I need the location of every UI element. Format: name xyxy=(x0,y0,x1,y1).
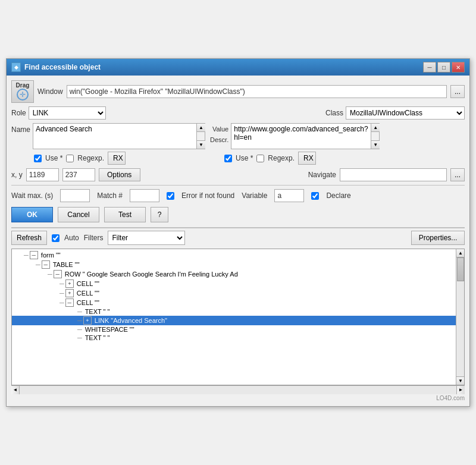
name-scrollbar: ▲ ▼ xyxy=(196,124,205,149)
auto-checkbox[interactable] xyxy=(52,234,60,242)
xy-navigate-row: x, y Options Navigate ... xyxy=(11,168,465,181)
descr-label: Descr. xyxy=(210,135,228,144)
match-input[interactable] xyxy=(130,189,159,202)
tree-text-whitespace: WHITESPACE "" xyxy=(83,326,134,333)
tree-text-text2: TEXT " " xyxy=(83,334,110,341)
value-labels: Value Descr. xyxy=(210,124,228,144)
declare-label: Declare xyxy=(326,191,350,200)
ok-button[interactable]: OK xyxy=(11,207,53,222)
x-input[interactable] xyxy=(26,168,59,181)
variable-input[interactable] xyxy=(274,189,304,202)
tree-expand-cell1[interactable]: + xyxy=(65,279,74,288)
role-select[interactable]: LINK BUTTON TEXT xyxy=(29,106,106,120)
filters-label: Filters xyxy=(84,234,104,242)
use-value-checkbox[interactable] xyxy=(224,155,232,162)
navigate-ellipsis-button[interactable]: ... xyxy=(450,168,465,181)
tree-scroll-up[interactable]: ▲ xyxy=(456,249,465,257)
value-scroll-down[interactable]: ▼ xyxy=(371,140,380,149)
class-label: Class xyxy=(325,109,343,117)
regexp-value-label: Regexp. xyxy=(268,154,295,162)
window-ellipsis-button[interactable]: ... xyxy=(450,85,465,98)
name-scroll-down[interactable]: ▼ xyxy=(197,140,205,149)
tree-text-cell2: CELL "" xyxy=(75,290,99,297)
tree-connector: ─ xyxy=(36,261,40,268)
cancel-button[interactable]: Cancel xyxy=(58,207,99,222)
tree-item-cell3[interactable]: ─ ─ CELL "" xyxy=(12,298,456,307)
role-class-row: Role LINK BUTTON TEXT Class MozillaUIWin… xyxy=(11,106,465,120)
class-select[interactable]: MozillaUIWindowClass xyxy=(346,106,465,120)
close-button[interactable]: ✕ xyxy=(452,62,465,73)
regexp-name-checkbox[interactable] xyxy=(66,155,74,162)
filter-row: Refresh Auto Filters Filter No filter Pr… xyxy=(11,231,465,245)
tree-item-form[interactable]: ─ ─ form "" xyxy=(12,250,456,260)
drag-icon: ✛ xyxy=(17,89,29,100)
tree-item-table[interactable]: ─ ─ TABLE "" xyxy=(12,260,456,269)
tree-text-cell1: CELL "" xyxy=(75,280,99,287)
tree-expand-row[interactable]: ─ xyxy=(54,270,62,278)
window-title: Find accessible object xyxy=(24,63,101,71)
tree-scroll-down[interactable]: ▼ xyxy=(456,376,465,385)
tree-expand-cell2[interactable]: + xyxy=(65,289,74,297)
tree-item-link[interactable]: ─ + LINK "Advanced Search" xyxy=(12,316,456,325)
tree-text-row: ROW " Google Search Google Search I'm Fe… xyxy=(63,271,238,278)
name-scroll-up[interactable]: ▲ xyxy=(197,124,205,132)
error-checkbox[interactable] xyxy=(167,192,174,200)
hscroll-right[interactable]: ► xyxy=(456,386,465,394)
properties-button[interactable]: Properties... xyxy=(411,231,465,245)
use-name-checkbox[interactable] xyxy=(34,155,42,162)
refresh-button[interactable]: Refresh xyxy=(11,231,47,245)
titlebar-buttons: ─ □ ✕ xyxy=(423,62,465,73)
tree-item-text1[interactable]: ─ TEXT " " xyxy=(12,307,456,316)
test-button[interactable]: Test xyxy=(104,207,146,222)
drag-label: Drag xyxy=(16,82,30,89)
window-content: Drag ✛ Window ... Role LINK BUTTON TEXT … xyxy=(7,76,469,406)
separator2 xyxy=(11,227,465,228)
window-input[interactable] xyxy=(67,85,447,98)
tree-item-whitespace[interactable]: ─ WHITESPACE "" xyxy=(12,325,456,334)
options-button[interactable]: Options xyxy=(99,168,140,181)
declare-checkbox[interactable] xyxy=(311,192,319,200)
value-scroll-up[interactable]: ▲ xyxy=(371,124,380,132)
tree-expand-cell3[interactable]: ─ xyxy=(65,299,74,307)
y-input[interactable] xyxy=(62,168,95,181)
tree-text-cell3: CELL "" xyxy=(75,299,99,306)
tree-scroll-track xyxy=(456,257,464,376)
separator1 xyxy=(11,185,465,186)
drag-button[interactable]: Drag ✛ xyxy=(11,80,34,103)
auto-label: Auto xyxy=(64,234,79,242)
tree-expand-form[interactable]: ─ xyxy=(30,251,38,259)
value-descr-section: Value Descr. http://www.google.com/advan… xyxy=(210,123,380,149)
rx-name-button[interactable]: RX xyxy=(108,152,126,165)
tree-connector: ─ xyxy=(60,299,64,306)
tree-text-form: form "" xyxy=(39,252,61,259)
maximize-button[interactable]: □ xyxy=(437,62,450,73)
tree-item-row[interactable]: ─ ─ ROW " Google Search Google Search I'… xyxy=(12,269,456,279)
hscroll-left[interactable]: ◄ xyxy=(11,386,20,394)
match-label: Match # xyxy=(97,191,123,200)
filter-select[interactable]: Filter No filter xyxy=(108,231,185,245)
name-section: Name Advanced Search ▲ ▼ xyxy=(11,123,205,149)
logo-area: LO4D.com xyxy=(11,395,465,401)
role-label: Role xyxy=(11,109,26,117)
value-textarea[interactable]: http://www.google.com/advanced_search?hl… xyxy=(231,124,371,147)
hscroll-track xyxy=(20,386,456,394)
titlebar-left: ◆ Find accessible object xyxy=(11,62,101,72)
tree-expand-link[interactable]: + xyxy=(83,316,92,325)
tree-scroll-thumb[interactable] xyxy=(457,257,464,281)
name-textarea[interactable]: Advanced Search xyxy=(33,124,196,147)
rx-value-button[interactable]: RX xyxy=(298,152,316,165)
navigate-input[interactable] xyxy=(340,168,447,181)
tree-expand-table[interactable]: ─ xyxy=(42,260,50,269)
minimize-button[interactable]: ─ xyxy=(423,62,436,73)
wait-input[interactable] xyxy=(60,189,90,202)
help-button[interactable]: ? xyxy=(151,207,168,222)
xy-label: x, y xyxy=(11,171,23,179)
tree-item-cell2[interactable]: ─ + CELL "" xyxy=(12,288,456,298)
name-value-row: Name Advanced Search ▲ ▼ Value xyxy=(11,123,465,149)
tree-connector: ─ xyxy=(77,317,82,324)
tree-item-text2[interactable]: ─ TEXT " " xyxy=(12,334,456,342)
tree-item-cell1[interactable]: ─ + CELL "" xyxy=(12,279,456,288)
tree-vscroll: ▲ ▼ xyxy=(456,249,464,385)
value-textarea-box: http://www.google.com/advanced_search?hl… xyxy=(231,123,380,149)
regexp-value-checkbox[interactable] xyxy=(256,155,264,162)
